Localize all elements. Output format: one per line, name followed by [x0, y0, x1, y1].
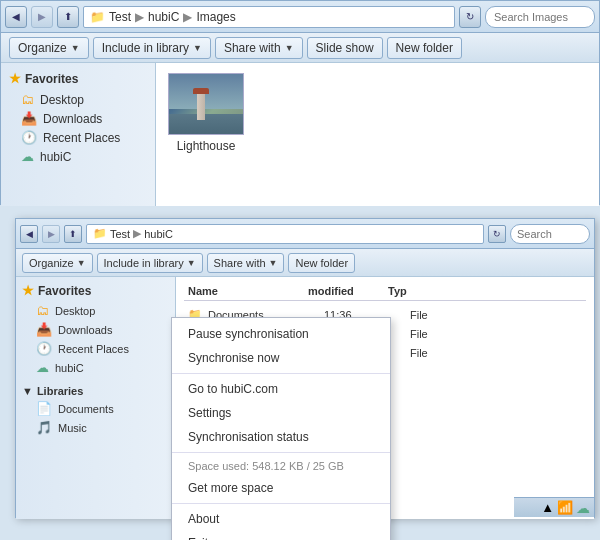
organize-label-bot: Organize [29, 257, 74, 269]
menu-divider-1 [172, 373, 390, 374]
share-with-label-top: Share with [224, 41, 281, 55]
doc-type: File [410, 309, 428, 321]
menu-space-info: Space used: 548.12 KB / 25 GB [172, 456, 390, 476]
sidebar-item-hubic[interactable]: ☁ hubiC [5, 147, 151, 166]
bc-folder-icon-bot: 📁 [93, 227, 107, 240]
organize-button-top[interactable]: Organize ▼ [9, 37, 89, 59]
breadcrumb-hubic[interactable]: hubiC [148, 10, 179, 24]
desktop-label: Desktop [40, 93, 84, 107]
menu-exit[interactable]: Exit [172, 531, 390, 540]
bottom-breadcrumb[interactable]: 📁 Test ▶ hubiC [86, 224, 484, 244]
bc-test-bot[interactable]: Test [110, 228, 130, 240]
sidebar-item-desktop[interactable]: 🗂 Desktop [5, 90, 151, 109]
menu-get-more-space[interactable]: Get more space [172, 476, 390, 500]
music-icon: 🎵 [36, 420, 52, 435]
include-library-button-top[interactable]: Include in library ▼ [93, 37, 211, 59]
menu-divider-3 [172, 503, 390, 504]
new-folder-label-top: New folder [396, 41, 453, 55]
thumb-tower [197, 92, 205, 120]
search-input-bot[interactable] [510, 224, 590, 244]
sidebar-hubic-bot[interactable]: ☁ hubiC [20, 358, 171, 377]
downloads-label: Downloads [43, 112, 102, 126]
back-button-bot[interactable]: ◀ [20, 225, 38, 243]
forward-button[interactable]: ▶ [31, 6, 53, 28]
bottom-address-bar: ◀ ▶ ⬆ 📁 Test ▶ hubiC ↻ [16, 219, 594, 249]
share-with-label-bot: Share with [214, 257, 266, 269]
back-button[interactable]: ◀ [5, 6, 27, 28]
slideshow-button[interactable]: Slide show [307, 37, 383, 59]
inc-arrow-bot: ▼ [187, 258, 196, 268]
documents-icon: 📄 [36, 401, 52, 416]
bc-hubic-bot[interactable]: hubiC [144, 228, 173, 240]
refresh-button-bot[interactable]: ↻ [488, 225, 506, 243]
col-name-header[interactable]: Name [184, 285, 304, 297]
downloads-folder-icon: 📥 [21, 111, 37, 126]
sidebar-downloads-bot[interactable]: 📥 Downloads [20, 320, 171, 339]
forward-button-bot[interactable]: ▶ [42, 225, 60, 243]
menu-sync-status[interactable]: Synchronisation status [172, 425, 390, 449]
favorites-header-bot: ★ Favorites [20, 283, 171, 298]
organize-button-bot[interactable]: Organize ▼ [22, 253, 93, 273]
breadcrumb-images[interactable]: Images [196, 10, 235, 24]
up-button[interactable]: ⬆ [57, 6, 79, 28]
documents-label: Documents [58, 403, 114, 415]
star-icon: ★ [9, 71, 21, 86]
bc-sep1-bot: ▶ [133, 227, 141, 240]
thumb-water [169, 114, 243, 134]
bottom-toolbar: Organize ▼ Include in library ▼ Share wi… [16, 249, 594, 277]
tray-icon-arrow[interactable]: ▲ [541, 500, 554, 515]
include-library-button-bot[interactable]: Include in library ▼ [97, 253, 203, 273]
tray-icon-hubic[interactable]: ☁ [576, 500, 590, 516]
share-with-button-top[interactable]: Share with ▼ [215, 37, 303, 59]
column-headers: Name modified Typ [184, 285, 586, 301]
sidebar-desktop-bot[interactable]: 🗂 Desktop [20, 301, 171, 320]
share-arrow-bot: ▼ [269, 258, 278, 268]
recent-label-bot: Recent Places [58, 343, 129, 355]
sidebar-music[interactable]: 🎵 Music [20, 418, 171, 437]
sidebar-item-recent-places[interactable]: 🕐 Recent Places [5, 128, 151, 147]
desktop-folder-icon: 🗂 [21, 92, 34, 107]
search-input-top[interactable] [485, 6, 595, 28]
menu-goto-hubic[interactable]: Go to hubiC.com [172, 377, 390, 401]
bottom-content-area: ★ Favorites 🗂 Desktop 📥 Downloads 🕐 Rece… [16, 277, 594, 519]
sidebar-documents[interactable]: 📄 Documents [20, 399, 171, 418]
tray-icon-network[interactable]: 📶 [557, 500, 573, 515]
menu-about[interactable]: About [172, 507, 390, 531]
bottom-sidebar: ★ Favorites 🗂 Desktop 📥 Downloads 🕐 Rece… [16, 277, 176, 519]
address-breadcrumb[interactable]: 📁 Test ▶ hubiC ▶ Images [83, 6, 455, 28]
col-type-header[interactable]: Typ [384, 285, 434, 297]
downloads-label-bot: Downloads [58, 324, 112, 336]
system-tray: ▲ 📶 ☁ [514, 497, 594, 517]
slideshow-label: Slide show [316, 41, 374, 55]
menu-settings[interactable]: Settings [172, 401, 390, 425]
breadcrumb-test[interactable]: Test [109, 10, 131, 24]
hubic-folder-icon: ☁ [21, 149, 34, 164]
file-lighthouse[interactable]: Lighthouse [166, 73, 246, 153]
top-main-area: Lighthouse [156, 63, 599, 206]
menu-sync-now[interactable]: Synchronise now [172, 346, 390, 370]
img-type: File [410, 328, 428, 340]
sidebar-recent-bot[interactable]: 🕐 Recent Places [20, 339, 171, 358]
menu-pause-sync[interactable]: Pause synchronisation [172, 322, 390, 346]
sidebar-item-downloads[interactable]: 📥 Downloads [5, 109, 151, 128]
share-with-arrow: ▼ [285, 43, 294, 53]
music-label: Music [58, 422, 87, 434]
recent-icon-bot: 🕐 [36, 341, 52, 356]
organize-label-top: Organize [18, 41, 67, 55]
star-icon-bot: ★ [22, 283, 34, 298]
share-with-button-bot[interactable]: Share with ▼ [207, 253, 285, 273]
new-folder-button-bot[interactable]: New folder [288, 253, 355, 273]
breadcrumb-sep2: ▶ [183, 10, 192, 24]
col-modified-header[interactable]: modified [304, 285, 384, 297]
bottom-explorer-window: ◀ ▶ ⬆ 📁 Test ▶ hubiC ↻ Organize ▼ Includ… [15, 218, 595, 518]
up-button-bot[interactable]: ⬆ [64, 225, 82, 243]
recent-places-label: Recent Places [43, 131, 120, 145]
refresh-button[interactable]: ↻ [459, 6, 481, 28]
include-library-label-bot: Include in library [104, 257, 184, 269]
favorites-label: Favorites [25, 72, 78, 86]
favorites-header: ★ Favorites [5, 71, 151, 86]
new-folder-button-top[interactable]: New folder [387, 37, 462, 59]
downloads-icon-bot: 📥 [36, 322, 52, 337]
lighthouse-label: Lighthouse [177, 139, 236, 153]
new-folder-label-bot: New folder [295, 257, 348, 269]
